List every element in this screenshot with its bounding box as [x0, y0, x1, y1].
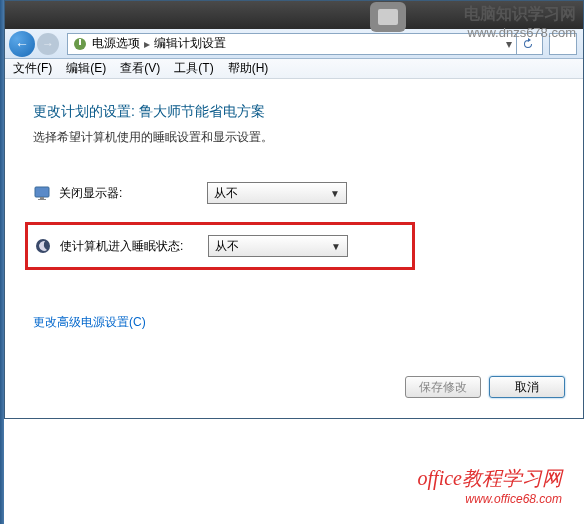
control-panel-window: ← → 电源选项 ▸ 编辑计划设置 ▾ 文件(F) 编辑(E) 查看(V) 工具…	[4, 0, 584, 419]
save-button[interactable]: 保存修改	[405, 376, 481, 398]
back-button[interactable]: ←	[9, 31, 35, 57]
watermark-bottom-text2: www.office68.com	[418, 492, 562, 506]
power-options-icon	[72, 36, 88, 52]
breadcrumb-separator-icon: ▸	[144, 37, 150, 51]
forward-button: →	[37, 33, 59, 55]
menu-edit[interactable]: 编辑(E)	[66, 60, 106, 77]
button-row: 保存修改 取消	[5, 364, 583, 418]
menu-help[interactable]: 帮助(H)	[228, 60, 269, 77]
chevron-down-icon: ▼	[331, 241, 341, 252]
menu-bar: 文件(F) 编辑(E) 查看(V) 工具(T) 帮助(H)	[5, 59, 583, 79]
advanced-settings-link[interactable]: 更改高级电源设置(C)	[33, 314, 146, 331]
watermark-bottom: office教程学习网 www.office68.com	[418, 465, 562, 506]
display-off-value: 从不	[214, 185, 238, 202]
breadcrumb-item-2[interactable]: 编辑计划设置	[154, 35, 226, 52]
menu-view[interactable]: 查看(V)	[120, 60, 160, 77]
cancel-button[interactable]: 取消	[489, 376, 565, 398]
content-area: 更改计划的设置: 鲁大师节能省电方案 选择希望计算机使用的睡眠设置和显示设置。 …	[5, 79, 583, 364]
page-title: 更改计划的设置: 鲁大师节能省电方案	[33, 103, 555, 121]
setting-display-off: 关闭显示器: 从不 ▼	[33, 182, 555, 204]
page-description: 选择希望计算机使用的睡眠设置和显示设置。	[33, 129, 555, 146]
svg-rect-3	[40, 197, 44, 199]
menu-file[interactable]: 文件(F)	[13, 60, 52, 77]
sleep-label: 使计算机进入睡眠状态:	[60, 238, 208, 255]
back-arrow-icon: ←	[15, 36, 29, 52]
watermark-top-text1: 电脑知识学习网	[464, 4, 576, 25]
sleep-moon-icon	[34, 237, 52, 255]
svg-rect-1	[79, 39, 81, 45]
menu-tools[interactable]: 工具(T)	[174, 60, 213, 77]
sleep-value: 从不	[215, 238, 239, 255]
setting-sleep: 使计算机进入睡眠状态: 从不 ▼	[25, 222, 415, 270]
monitor-icon	[33, 184, 51, 202]
watermark-top-text2: www.dnzs678.com	[464, 25, 576, 40]
display-off-dropdown[interactable]: 从不 ▼	[207, 182, 347, 204]
sleep-dropdown[interactable]: 从不 ▼	[208, 235, 348, 257]
breadcrumb-item-1[interactable]: 电源选项	[92, 35, 140, 52]
watermark-top: 电脑知识学习网 www.dnzs678.com	[464, 4, 576, 40]
forward-arrow-icon: →	[42, 37, 54, 51]
svg-rect-4	[38, 199, 46, 200]
display-off-label: 关闭显示器:	[59, 185, 207, 202]
watermark-top-icon	[370, 2, 406, 32]
watermark-bottom-text1: office教程学习网	[418, 465, 562, 492]
chevron-down-icon: ▼	[330, 188, 340, 199]
svg-rect-2	[35, 187, 49, 197]
